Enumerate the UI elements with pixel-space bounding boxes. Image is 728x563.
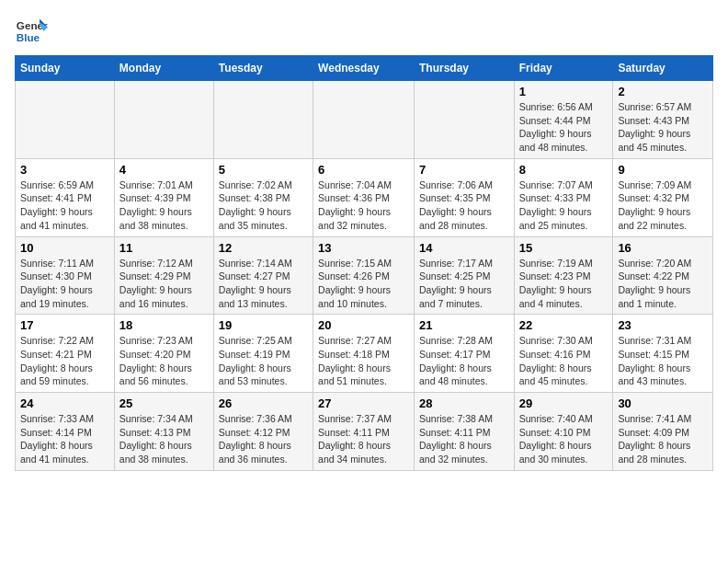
- calendar-cell: 4Sunrise: 7:01 AM Sunset: 4:39 PM Daylig…: [114, 158, 213, 236]
- day-detail: Sunrise: 7:02 AM Sunset: 4:38 PM Dayligh…: [219, 178, 308, 233]
- calendar-cell: 11Sunrise: 7:12 AM Sunset: 4:29 PM Dayli…: [114, 236, 213, 315]
- calendar-cell: [16, 81, 115, 159]
- calendar-cell: 23Sunrise: 7:31 AM Sunset: 4:15 PM Dayli…: [613, 315, 713, 393]
- day-detail: Sunrise: 7:27 AM Sunset: 4:18 PM Dayligh…: [318, 334, 409, 388]
- calendar-week-4: 17Sunrise: 7:22 AM Sunset: 4:21 PM Dayli…: [16, 315, 713, 393]
- day-detail: Sunrise: 7:25 AM Sunset: 4:19 PM Dayligh…: [219, 334, 308, 388]
- day-number: 16: [618, 241, 708, 255]
- calendar-cell: 6Sunrise: 7:04 AM Sunset: 4:36 PM Daylig…: [313, 158, 415, 236]
- day-number: 2: [618, 85, 708, 98]
- day-detail: Sunrise: 7:34 AM Sunset: 4:13 PM Dayligh…: [119, 412, 209, 466]
- day-number: 27: [318, 396, 409, 410]
- day-number: 22: [519, 318, 609, 332]
- calendar-cell: 3Sunrise: 6:59 AM Sunset: 4:41 PM Daylig…: [16, 158, 115, 236]
- day-header-sunday: Sunday: [16, 56, 115, 81]
- day-detail: Sunrise: 7:04 AM Sunset: 4:36 PM Dayligh…: [318, 178, 409, 233]
- day-number: 23: [618, 318, 708, 332]
- day-detail: Sunrise: 7:37 AM Sunset: 4:11 PM Dayligh…: [318, 412, 409, 466]
- day-number: 29: [519, 396, 609, 410]
- day-detail: Sunrise: 7:31 AM Sunset: 4:15 PM Dayligh…: [618, 334, 708, 388]
- calendar-cell: 9Sunrise: 7:09 AM Sunset: 4:32 PM Daylig…: [613, 158, 713, 236]
- day-detail: Sunrise: 7:36 AM Sunset: 4:12 PM Dayligh…: [219, 412, 308, 466]
- calendar-body: 1Sunrise: 6:56 AM Sunset: 4:44 PM Daylig…: [16, 81, 713, 471]
- calendar-cell: [114, 81, 213, 159]
- day-number: 4: [119, 163, 209, 177]
- day-detail: Sunrise: 7:22 AM Sunset: 4:21 PM Dayligh…: [20, 334, 109, 388]
- calendar-cell: 27Sunrise: 7:37 AM Sunset: 4:11 PM Dayli…: [313, 393, 415, 471]
- day-detail: Sunrise: 7:20 AM Sunset: 4:22 PM Dayligh…: [618, 257, 708, 311]
- day-header-monday: Monday: [114, 56, 213, 81]
- day-detail: Sunrise: 7:40 AM Sunset: 4:10 PM Dayligh…: [519, 412, 609, 466]
- calendar-table: SundayMondayTuesdayWednesdayThursdayFrid…: [15, 55, 713, 471]
- day-number: 11: [119, 241, 209, 255]
- day-number: 26: [219, 396, 308, 410]
- day-number: 10: [20, 241, 109, 255]
- calendar-cell: 18Sunrise: 7:23 AM Sunset: 4:20 PM Dayli…: [114, 315, 213, 393]
- day-number: 25: [119, 396, 209, 410]
- day-detail: Sunrise: 7:11 AM Sunset: 4:30 PM Dayligh…: [20, 257, 109, 311]
- day-detail: Sunrise: 7:23 AM Sunset: 4:20 PM Dayligh…: [119, 334, 209, 388]
- day-detail: Sunrise: 7:12 AM Sunset: 4:29 PM Dayligh…: [119, 257, 209, 311]
- logo-icon: General Blue: [15, 15, 48, 48]
- calendar-week-3: 10Sunrise: 7:11 AM Sunset: 4:30 PM Dayli…: [16, 236, 713, 315]
- day-detail: Sunrise: 6:56 AM Sunset: 4:44 PM Dayligh…: [519, 100, 609, 155]
- calendar-cell: 28Sunrise: 7:38 AM Sunset: 4:11 PM Dayli…: [414, 393, 514, 471]
- day-detail: Sunrise: 7:33 AM Sunset: 4:14 PM Dayligh…: [20, 412, 109, 466]
- day-number: 9: [618, 163, 708, 177]
- calendar-cell: 7Sunrise: 7:06 AM Sunset: 4:35 PM Daylig…: [414, 158, 514, 236]
- calendar-cell: 2Sunrise: 6:57 AM Sunset: 4:43 PM Daylig…: [613, 81, 713, 159]
- day-number: 6: [318, 163, 409, 177]
- day-number: 13: [318, 241, 409, 255]
- day-detail: Sunrise: 7:01 AM Sunset: 4:39 PM Dayligh…: [119, 178, 209, 233]
- day-number: 14: [419, 241, 509, 255]
- day-header-thursday: Thursday: [414, 56, 514, 81]
- day-number: 1: [519, 85, 609, 98]
- day-detail: Sunrise: 6:57 AM Sunset: 4:43 PM Dayligh…: [618, 100, 708, 155]
- calendar-cell: 19Sunrise: 7:25 AM Sunset: 4:19 PM Dayli…: [213, 315, 313, 393]
- calendar-cell: 10Sunrise: 7:11 AM Sunset: 4:30 PM Dayli…: [16, 236, 115, 315]
- calendar-cell: [213, 81, 313, 159]
- calendar-cell: [414, 81, 514, 159]
- logo: General Blue: [15, 15, 48, 48]
- calendar-cell: 14Sunrise: 7:17 AM Sunset: 4:25 PM Dayli…: [414, 236, 514, 315]
- calendar-cell: 13Sunrise: 7:15 AM Sunset: 4:26 PM Dayli…: [313, 236, 415, 315]
- day-header-tuesday: Tuesday: [213, 56, 313, 81]
- day-number: 21: [419, 318, 509, 332]
- calendar-cell: 30Sunrise: 7:41 AM Sunset: 4:09 PM Dayli…: [613, 393, 713, 471]
- day-header-friday: Friday: [514, 56, 613, 81]
- day-detail: Sunrise: 7:17 AM Sunset: 4:25 PM Dayligh…: [419, 257, 509, 311]
- day-detail: Sunrise: 7:09 AM Sunset: 4:32 PM Dayligh…: [618, 178, 708, 233]
- calendar-week-5: 24Sunrise: 7:33 AM Sunset: 4:14 PM Dayli…: [16, 393, 713, 471]
- day-detail: Sunrise: 7:15 AM Sunset: 4:26 PM Dayligh…: [318, 257, 409, 311]
- day-detail: Sunrise: 7:07 AM Sunset: 4:33 PM Dayligh…: [519, 178, 609, 233]
- calendar-cell: 8Sunrise: 7:07 AM Sunset: 4:33 PM Daylig…: [514, 158, 613, 236]
- calendar-cell: 24Sunrise: 7:33 AM Sunset: 4:14 PM Dayli…: [16, 393, 115, 471]
- calendar-week-2: 3Sunrise: 6:59 AM Sunset: 4:41 PM Daylig…: [16, 158, 713, 236]
- calendar-cell: 22Sunrise: 7:30 AM Sunset: 4:16 PM Dayli…: [514, 315, 613, 393]
- day-number: 30: [618, 396, 708, 410]
- calendar-cell: 16Sunrise: 7:20 AM Sunset: 4:22 PM Dayli…: [613, 236, 713, 315]
- day-number: 19: [219, 318, 308, 332]
- calendar-cell: 26Sunrise: 7:36 AM Sunset: 4:12 PM Dayli…: [213, 393, 313, 471]
- day-number: 24: [20, 396, 109, 410]
- day-header-saturday: Saturday: [613, 56, 713, 81]
- day-detail: Sunrise: 7:28 AM Sunset: 4:17 PM Dayligh…: [419, 334, 509, 388]
- day-header-wednesday: Wednesday: [313, 56, 415, 81]
- day-number: 8: [519, 163, 609, 177]
- day-number: 28: [419, 396, 509, 410]
- day-number: 5: [219, 163, 308, 177]
- svg-text:Blue: Blue: [17, 31, 40, 43]
- calendar-cell: 25Sunrise: 7:34 AM Sunset: 4:13 PM Dayli…: [114, 393, 213, 471]
- day-detail: Sunrise: 7:41 AM Sunset: 4:09 PM Dayligh…: [618, 412, 708, 466]
- day-number: 15: [519, 241, 609, 255]
- day-number: 17: [20, 318, 109, 332]
- calendar-cell: 1Sunrise: 6:56 AM Sunset: 4:44 PM Daylig…: [514, 81, 613, 159]
- day-number: 3: [20, 163, 109, 177]
- calendar-cell: 12Sunrise: 7:14 AM Sunset: 4:27 PM Dayli…: [213, 236, 313, 315]
- day-number: 18: [119, 318, 209, 332]
- page-header: General Blue: [15, 15, 713, 48]
- calendar-week-1: 1Sunrise: 6:56 AM Sunset: 4:44 PM Daylig…: [16, 81, 713, 159]
- day-detail: Sunrise: 7:14 AM Sunset: 4:27 PM Dayligh…: [219, 257, 308, 311]
- calendar-cell: [313, 81, 415, 159]
- day-detail: Sunrise: 7:06 AM Sunset: 4:35 PM Dayligh…: [419, 178, 509, 233]
